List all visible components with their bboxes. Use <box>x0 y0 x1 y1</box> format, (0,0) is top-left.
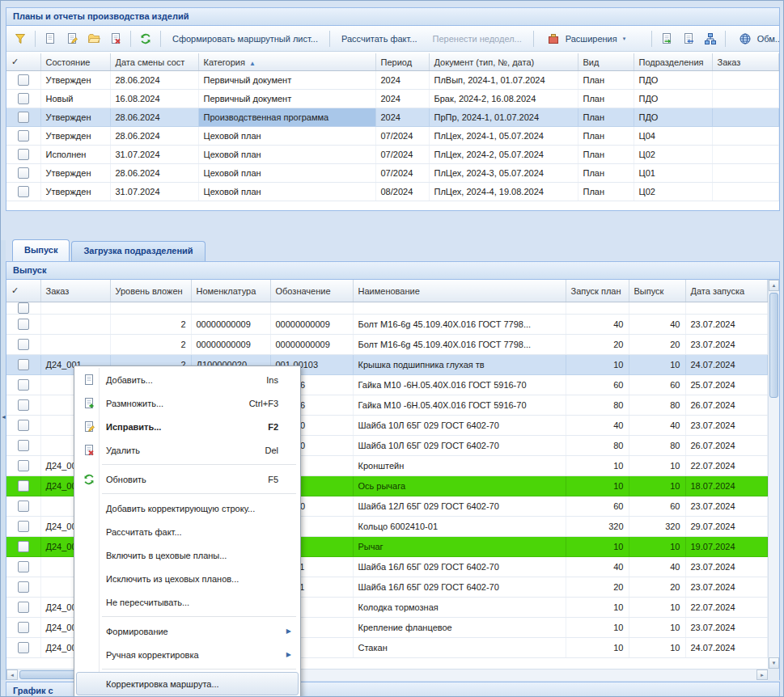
cell[interactable] <box>40 315 110 335</box>
cell[interactable]: 10 <box>566 598 629 618</box>
tab-zagruzka-podrazdeleniy[interactable]: Загрузка подразделений <box>71 241 205 261</box>
cell[interactable] <box>712 90 779 108</box>
menu-item[interactable]: Формирование▶ <box>76 619 299 643</box>
cell[interactable]: 2024 <box>375 90 429 108</box>
cell[interactable]: 60 <box>566 496 629 517</box>
cell[interactable] <box>110 302 191 315</box>
cell[interactable]: 40 <box>629 557 685 577</box>
cell[interactable]: Шайба 12Л 65Г 029 ГОСТ 6402-70 <box>353 496 566 517</box>
scroll-up-button[interactable]: ▲ <box>769 280 779 291</box>
col-output[interactable]: Выпуск <box>629 280 685 302</box>
col-state[interactable]: Состояние <box>40 53 110 71</box>
menu-item[interactable]: Исключить из цеховых планов... <box>76 567 299 590</box>
make-route-sheet-button[interactable]: Сформировать маршрутный лист... <box>166 31 324 47</box>
cell[interactable]: 2 <box>110 315 191 335</box>
cell[interactable]: План <box>578 127 634 146</box>
cell[interactable]: Цеховой план <box>198 183 375 201</box>
vertical-scrollbar[interactable]: ▲ ▼ <box>768 280 779 669</box>
cell[interactable]: 28.06.2024 <box>110 164 198 183</box>
row-checkbox[interactable] <box>18 480 29 492</box>
cell[interactable] <box>685 302 768 315</box>
row-checkbox[interactable] <box>18 420 29 431</box>
cell[interactable]: ПлЦех, 2024-3, 05.07.2024 <box>429 164 578 183</box>
row-checkbox[interactable] <box>18 359 29 370</box>
cell[interactable]: 10 <box>629 537 685 557</box>
cell[interactable]: 23.07.2024 <box>685 315 768 335</box>
cell[interactable]: Болт М16-6g 45.109.40Х.016 ГОСТ 7798... <box>353 315 566 335</box>
cell[interactable]: Колодка тормозная <box>353 598 566 618</box>
cell[interactable]: 28.06.2024 <box>110 71 198 90</box>
row-checkbox[interactable] <box>18 642 29 653</box>
cell[interactable] <box>712 127 779 146</box>
plans-table-row[interactable]: Утвержден28.06.2024Цеховой план07/2024Пл… <box>6 164 779 183</box>
cell[interactable]: 22.07.2024 <box>685 598 768 618</box>
cell[interactable]: 40 <box>566 416 629 436</box>
cell[interactable]: 60 <box>629 375 685 395</box>
scroll-down-button[interactable]: ▼ <box>769 657 779 669</box>
move-backlog-button[interactable]: Перенести недодел... <box>426 31 528 47</box>
refresh-icon[interactable] <box>136 29 155 49</box>
cell[interactable]: Цеховой план <box>198 127 375 146</box>
row-checkbox[interactable] <box>18 149 29 160</box>
cell[interactable]: 2024 <box>375 71 429 90</box>
menu-item[interactable]: Включить в цеховые планы... <box>76 543 299 567</box>
cell[interactable]: Ось рычага <box>353 476 566 496</box>
cell[interactable]: 20 <box>566 577 629 598</box>
cell[interactable]: Ц04 <box>634 127 712 146</box>
cell[interactable]: 22.07.2024 <box>685 456 768 476</box>
cell[interactable]: 24.07.2024 <box>685 638 768 658</box>
cell[interactable]: Исполнен <box>40 146 110 164</box>
cell[interactable]: 320 <box>629 517 685 537</box>
row-checkbox[interactable] <box>18 399 29 411</box>
col-category[interactable]: Категория▲ <box>198 53 375 71</box>
row-checkbox[interactable] <box>18 339 29 350</box>
cell[interactable]: Стакан <box>353 638 566 658</box>
cell[interactable]: 20 <box>566 335 629 355</box>
cell[interactable]: Утвержден <box>40 183 110 201</box>
cell[interactable]: Болт М16-6g 45.109.40Х.016 ГОСТ 7798... <box>353 335 566 355</box>
cell[interactable]: 23.07.2024 <box>685 335 768 355</box>
cell[interactable]: Кольцо 6002410-01 <box>353 517 566 537</box>
cell[interactable]: Цеховой план <box>198 146 375 164</box>
plans-table-row[interactable]: Утвержден28.06.2024Производственная прог… <box>6 108 779 127</box>
cell[interactable]: 80 <box>566 395 629 416</box>
row-checkbox[interactable] <box>18 541 29 552</box>
col-order[interactable]: Заказ <box>712 53 779 71</box>
release-table-row[interactable]: 20000000000900000000009Болт М16-6g 45.10… <box>6 315 768 335</box>
cell[interactable]: Шайба 16Л 65Г 029 ГОСТ 6402-70 <box>353 577 566 598</box>
cell[interactable]: 20 <box>629 577 685 598</box>
delete-document-icon[interactable] <box>106 29 125 49</box>
cell[interactable] <box>191 302 270 315</box>
cell[interactable] <box>40 335 110 355</box>
cell[interactable]: 10 <box>566 476 629 496</box>
plans-table-row[interactable]: Новый16.08.2024Первичный документ2024Бра… <box>6 90 779 108</box>
cell[interactable]: План <box>578 90 634 108</box>
cell[interactable]: 24.07.2024 <box>685 355 768 375</box>
scroll-right-button[interactable]: ► <box>756 670 768 680</box>
cell[interactable]: 07/2024 <box>375 127 429 146</box>
cell[interactable]: 80 <box>629 436 685 456</box>
cell[interactable]: ПДО <box>634 108 712 127</box>
cell[interactable]: 31.07.2024 <box>110 183 198 201</box>
cell[interactable]: 29.07.2024 <box>685 517 768 537</box>
row-checkbox[interactable] <box>18 74 29 86</box>
export-document-icon[interactable] <box>657 29 676 49</box>
row-checkbox[interactable] <box>18 521 29 532</box>
cell[interactable]: 23.07.2024 <box>685 618 768 638</box>
cell[interactable]: Кронштейн <box>353 456 566 476</box>
plans-table-row[interactable]: Утвержден28.06.2024Цеховой план07/2024Пл… <box>6 127 779 146</box>
menu-item[interactable]: Размножить...Ctrl+F3 <box>76 391 299 415</box>
row-checkbox[interactable] <box>18 302 29 314</box>
menu-item[interactable]: Рассчитать факт... <box>76 520 299 543</box>
col-period[interactable]: Период <box>375 53 429 71</box>
row-checkbox[interactable] <box>18 622 29 633</box>
cell[interactable]: 10 <box>629 618 685 638</box>
cell[interactable]: 10 <box>629 638 685 658</box>
add-document-icon[interactable] <box>40 29 60 49</box>
cell[interactable] <box>712 146 779 164</box>
cell[interactable]: 00000000009 <box>191 315 270 335</box>
cell[interactable] <box>712 164 779 183</box>
cell[interactable]: Шайба 10Л 65Г 029 ГОСТ 6402-70 <box>353 416 566 436</box>
cell[interactable]: 320 <box>566 517 629 537</box>
col-state-date[interactable]: Дата смены сост <box>110 53 198 71</box>
